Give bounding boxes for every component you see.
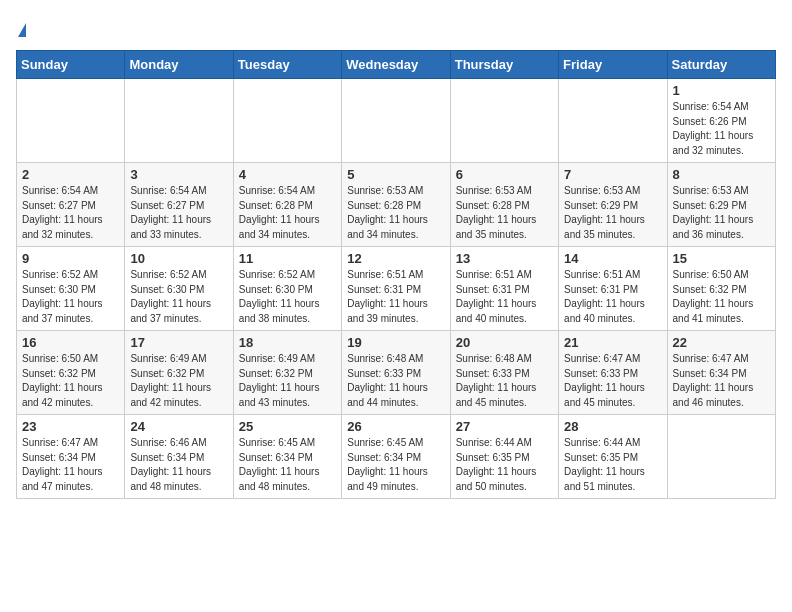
calendar-cell: 1Sunrise: 6:54 AM Sunset: 6:26 PM Daylig… [667,79,775,163]
logo-top [16,16,26,38]
day-detail: Sunrise: 6:44 AM Sunset: 6:35 PM Dayligh… [456,436,553,494]
calendar-cell: 20Sunrise: 6:48 AM Sunset: 6:33 PM Dayli… [450,331,558,415]
calendar-header-row: SundayMondayTuesdayWednesdayThursdayFrid… [17,51,776,79]
day-number: 21 [564,335,661,350]
calendar-cell: 21Sunrise: 6:47 AM Sunset: 6:33 PM Dayli… [559,331,667,415]
calendar-cell: 17Sunrise: 6:49 AM Sunset: 6:32 PM Dayli… [125,331,233,415]
day-number: 15 [673,251,770,266]
day-number: 23 [22,419,119,434]
day-number: 18 [239,335,336,350]
calendar-cell: 8Sunrise: 6:53 AM Sunset: 6:29 PM Daylig… [667,163,775,247]
calendar-cell: 9Sunrise: 6:52 AM Sunset: 6:30 PM Daylig… [17,247,125,331]
calendar-header-saturday: Saturday [667,51,775,79]
calendar-cell: 3Sunrise: 6:54 AM Sunset: 6:27 PM Daylig… [125,163,233,247]
day-detail: Sunrise: 6:47 AM Sunset: 6:34 PM Dayligh… [22,436,119,494]
calendar-cell: 12Sunrise: 6:51 AM Sunset: 6:31 PM Dayli… [342,247,450,331]
calendar-cell: 14Sunrise: 6:51 AM Sunset: 6:31 PM Dayli… [559,247,667,331]
calendar-cell: 24Sunrise: 6:46 AM Sunset: 6:34 PM Dayli… [125,415,233,499]
day-detail: Sunrise: 6:47 AM Sunset: 6:33 PM Dayligh… [564,352,661,410]
calendar-header-wednesday: Wednesday [342,51,450,79]
day-number: 6 [456,167,553,182]
calendar-cell [125,79,233,163]
day-detail: Sunrise: 6:53 AM Sunset: 6:29 PM Dayligh… [673,184,770,242]
calendar-header-thursday: Thursday [450,51,558,79]
day-detail: Sunrise: 6:51 AM Sunset: 6:31 PM Dayligh… [347,268,444,326]
day-number: 12 [347,251,444,266]
day-detail: Sunrise: 6:54 AM Sunset: 6:27 PM Dayligh… [130,184,227,242]
calendar-cell [667,415,775,499]
day-number: 22 [673,335,770,350]
calendar-cell: 28Sunrise: 6:44 AM Sunset: 6:35 PM Dayli… [559,415,667,499]
calendar-cell: 5Sunrise: 6:53 AM Sunset: 6:28 PM Daylig… [342,163,450,247]
day-detail: Sunrise: 6:49 AM Sunset: 6:32 PM Dayligh… [130,352,227,410]
day-number: 2 [22,167,119,182]
day-detail: Sunrise: 6:50 AM Sunset: 6:32 PM Dayligh… [22,352,119,410]
day-number: 8 [673,167,770,182]
calendar-cell: 18Sunrise: 6:49 AM Sunset: 6:32 PM Dayli… [233,331,341,415]
day-number: 3 [130,167,227,182]
day-number: 27 [456,419,553,434]
calendar-cell [17,79,125,163]
day-detail: Sunrise: 6:52 AM Sunset: 6:30 PM Dayligh… [130,268,227,326]
calendar-cell: 19Sunrise: 6:48 AM Sunset: 6:33 PM Dayli… [342,331,450,415]
day-number: 5 [347,167,444,182]
calendar-cell: 10Sunrise: 6:52 AM Sunset: 6:30 PM Dayli… [125,247,233,331]
calendar-cell: 4Sunrise: 6:54 AM Sunset: 6:28 PM Daylig… [233,163,341,247]
calendar-header-sunday: Sunday [17,51,125,79]
day-detail: Sunrise: 6:54 AM Sunset: 6:26 PM Dayligh… [673,100,770,158]
logo-triangle-icon [18,23,26,37]
day-number: 9 [22,251,119,266]
day-number: 14 [564,251,661,266]
calendar-cell: 22Sunrise: 6:47 AM Sunset: 6:34 PM Dayli… [667,331,775,415]
calendar-cell [559,79,667,163]
calendar-week-row: 16Sunrise: 6:50 AM Sunset: 6:32 PM Dayli… [17,331,776,415]
day-detail: Sunrise: 6:49 AM Sunset: 6:32 PM Dayligh… [239,352,336,410]
day-detail: Sunrise: 6:46 AM Sunset: 6:34 PM Dayligh… [130,436,227,494]
calendar-cell: 23Sunrise: 6:47 AM Sunset: 6:34 PM Dayli… [17,415,125,499]
calendar-week-row: 9Sunrise: 6:52 AM Sunset: 6:30 PM Daylig… [17,247,776,331]
calendar-cell: 13Sunrise: 6:51 AM Sunset: 6:31 PM Dayli… [450,247,558,331]
calendar-table: SundayMondayTuesdayWednesdayThursdayFrid… [16,50,776,499]
day-number: 16 [22,335,119,350]
day-number: 10 [130,251,227,266]
day-detail: Sunrise: 6:51 AM Sunset: 6:31 PM Dayligh… [564,268,661,326]
day-detail: Sunrise: 6:53 AM Sunset: 6:28 PM Dayligh… [456,184,553,242]
day-number: 4 [239,167,336,182]
calendar-cell: 11Sunrise: 6:52 AM Sunset: 6:30 PM Dayli… [233,247,341,331]
calendar-header-friday: Friday [559,51,667,79]
calendar-cell [233,79,341,163]
day-number: 13 [456,251,553,266]
day-number: 11 [239,251,336,266]
day-detail: Sunrise: 6:52 AM Sunset: 6:30 PM Dayligh… [239,268,336,326]
day-detail: Sunrise: 6:47 AM Sunset: 6:34 PM Dayligh… [673,352,770,410]
calendar-cell: 6Sunrise: 6:53 AM Sunset: 6:28 PM Daylig… [450,163,558,247]
calendar-cell: 25Sunrise: 6:45 AM Sunset: 6:34 PM Dayli… [233,415,341,499]
day-detail: Sunrise: 6:52 AM Sunset: 6:30 PM Dayligh… [22,268,119,326]
day-detail: Sunrise: 6:48 AM Sunset: 6:33 PM Dayligh… [456,352,553,410]
day-number: 25 [239,419,336,434]
day-number: 19 [347,335,444,350]
day-detail: Sunrise: 6:54 AM Sunset: 6:28 PM Dayligh… [239,184,336,242]
calendar-week-row: 2Sunrise: 6:54 AM Sunset: 6:27 PM Daylig… [17,163,776,247]
day-number: 26 [347,419,444,434]
day-number: 7 [564,167,661,182]
calendar-cell: 16Sunrise: 6:50 AM Sunset: 6:32 PM Dayli… [17,331,125,415]
day-detail: Sunrise: 6:53 AM Sunset: 6:28 PM Dayligh… [347,184,444,242]
day-detail: Sunrise: 6:45 AM Sunset: 6:34 PM Dayligh… [347,436,444,494]
calendar-cell: 15Sunrise: 6:50 AM Sunset: 6:32 PM Dayli… [667,247,775,331]
day-number: 1 [673,83,770,98]
day-number: 20 [456,335,553,350]
calendar-cell [342,79,450,163]
day-detail: Sunrise: 6:45 AM Sunset: 6:34 PM Dayligh… [239,436,336,494]
day-detail: Sunrise: 6:51 AM Sunset: 6:31 PM Dayligh… [456,268,553,326]
calendar-cell: 2Sunrise: 6:54 AM Sunset: 6:27 PM Daylig… [17,163,125,247]
day-number: 24 [130,419,227,434]
calendar-week-row: 23Sunrise: 6:47 AM Sunset: 6:34 PM Dayli… [17,415,776,499]
day-detail: Sunrise: 6:54 AM Sunset: 6:27 PM Dayligh… [22,184,119,242]
day-detail: Sunrise: 6:50 AM Sunset: 6:32 PM Dayligh… [673,268,770,326]
calendar-cell: 7Sunrise: 6:53 AM Sunset: 6:29 PM Daylig… [559,163,667,247]
calendar-header-monday: Monday [125,51,233,79]
calendar-cell: 26Sunrise: 6:45 AM Sunset: 6:34 PM Dayli… [342,415,450,499]
calendar-cell [450,79,558,163]
day-number: 28 [564,419,661,434]
